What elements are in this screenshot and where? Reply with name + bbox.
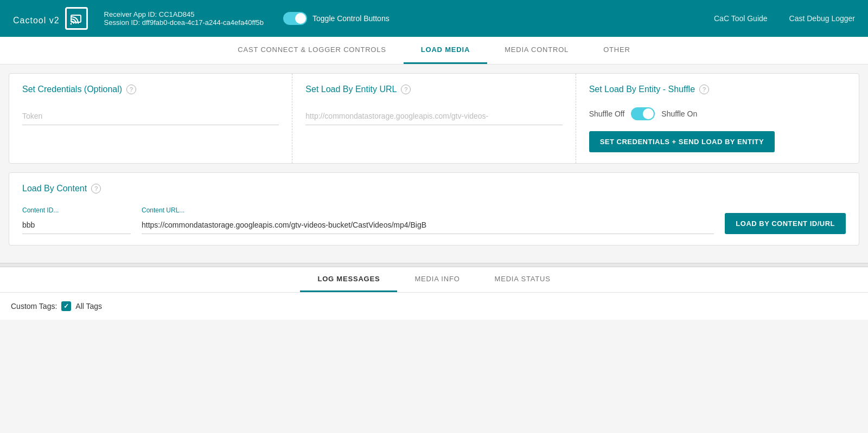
toggle-control-buttons[interactable] [283,12,307,25]
toggle-control-area: Toggle Control Buttons [283,12,390,25]
content-id-input[interactable] [22,216,131,234]
shuffle-toggle[interactable] [631,107,655,120]
shuffle-card: Set Load By Entity - Shuffle ? Shuffle O… [576,74,859,163]
cast-debug-logger-link[interactable]: Cast Debug Logger [789,14,855,23]
content-url-column: Content URL... [142,206,714,234]
tab-media-status[interactable]: MEDIA STATUS [477,267,568,292]
svg-point-1 [70,23,72,25]
session-id: Session ID: dff9fab0-dcea-4c17-a244-ca4e… [104,18,264,27]
shuffle-on-label: Shuffle On [661,109,697,118]
logo-version: v2 [46,16,59,25]
main-tabs: CAST CONNECT & LOGGER CONTROLS LOAD MEDI… [0,37,868,64]
cac-tool-guide-link[interactable]: CaC Tool Guide [714,14,768,23]
tab-load-media[interactable]: LOAD MEDIA [404,37,487,64]
load-content-title: Load By Content ? [22,184,846,193]
cast-icon [65,7,88,30]
session-info: Receiver App ID: CC1AD845 Session ID: df… [104,10,264,27]
top-cards-row: Set Credentials (Optional) ? Set Load By… [9,73,859,164]
tab-media-control[interactable]: MEDIA CONTROL [487,37,586,64]
shuffle-toggle-row: Shuffle Off Shuffle On [589,107,846,120]
token-input[interactable] [22,107,279,125]
header-nav: CaC Tool Guide Cast Debug Logger [714,14,855,23]
content-url-input[interactable] [142,216,714,234]
credentials-help-icon[interactable]: ? [126,85,136,94]
tab-other[interactable]: OTHER [586,37,648,64]
receiver-app-id: Receiver App ID: CC1AD845 [104,10,264,18]
load-content-card: Load By Content ? Content ID... Content … [9,172,859,245]
toggle-label: Toggle Control Buttons [312,14,390,23]
all-tags-checkbox[interactable] [61,301,71,311]
tab-media-info[interactable]: MEDIA INFO [397,267,477,292]
logo-text: Cactool v2 [13,10,60,27]
logo-area: Cactool v2 [13,7,88,30]
entity-url-input[interactable] [305,107,562,125]
bottom-tabs: LOG MESSAGES MEDIA INFO MEDIA STATUS [0,267,868,293]
load-by-content-button[interactable]: LOAD BY CONTENT ID/URL [725,213,846,234]
section-divider [0,263,868,267]
tab-log-messages[interactable]: LOG MESSAGES [300,267,397,292]
shuffle-off-label: Shuffle Off [589,109,625,118]
credentials-title: Set Credentials (Optional) ? [22,85,279,94]
custom-tags-area: Custom Tags: All Tags [0,293,868,320]
all-tags-label: All Tags [75,302,102,311]
credentials-card: Set Credentials (Optional) ? [9,74,292,163]
app-header: Cactool v2 Receiver App ID: CC1AD845 Ses… [0,0,868,37]
content-id-column: Content ID... [22,206,131,234]
tab-cast-connect[interactable]: CAST CONNECT & LOGGER CONTROLS [220,37,403,64]
set-credentials-send-load-by-entity-button[interactable]: SET CREDENTIALS + SEND LOAD BY ENTITY [589,131,775,152]
load-content-body: Content ID... Content URL... LOAD BY CON… [22,206,846,234]
custom-tags-label: Custom Tags: [11,302,57,311]
main-content: Set Credentials (Optional) ? Set Load By… [0,64,868,263]
load-content-help-icon[interactable]: ? [91,184,101,193]
content-id-label: Content ID... [22,206,131,214]
content-url-label: Content URL... [142,206,714,214]
bottom-section: LOG MESSAGES MEDIA INFO MEDIA STATUS Cus… [0,267,868,320]
shuffle-title: Set Load By Entity - Shuffle ? [589,85,846,94]
shuffle-help-icon[interactable]: ? [699,85,709,94]
entity-url-title: Set Load By Entity URL ? [305,85,562,94]
entity-url-help-icon[interactable]: ? [401,85,411,94]
entity-url-card: Set Load By Entity URL ? [292,74,576,163]
